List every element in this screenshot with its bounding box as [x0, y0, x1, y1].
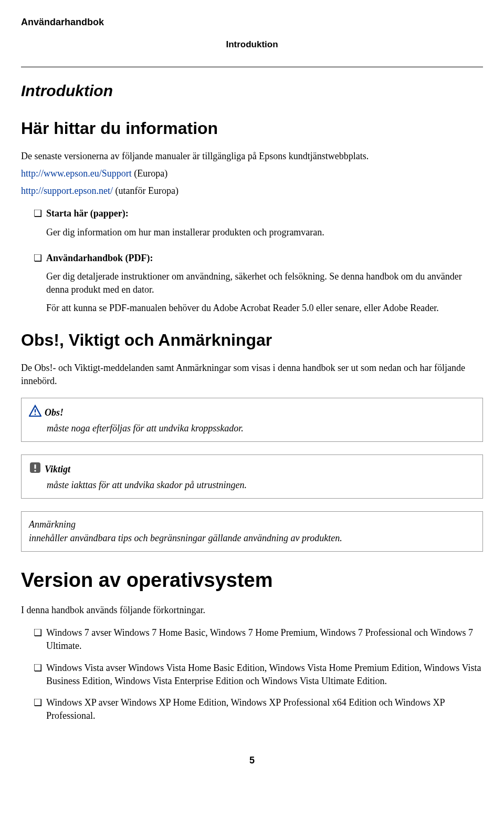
link-suffix-2: (utanför Europa): [113, 185, 178, 196]
manual-desc: Ger dig detaljerade instruktioner om anv…: [46, 270, 483, 296]
bullet-icon: ❏: [34, 207, 46, 243]
support-link-eu[interactable]: http://www.epson.eu/Support: [21, 168, 132, 179]
intro-paragraph: De senaste versionerna av följande manua…: [21, 150, 483, 163]
svg-point-2: [35, 414, 36, 415]
page-heading: Introduktion: [21, 80, 483, 102]
os-intro: I denna handbok används följande förkort…: [21, 604, 483, 617]
notes-intro: De Obs!- och Viktigt-meddelanden samt An…: [21, 361, 483, 388]
doc-section-header: Introduktion: [21, 38, 483, 51]
section-heading-info: Här hittar du information: [21, 117, 483, 140]
manual-title: Användarhandbok (PDF):: [46, 252, 483, 265]
warning-icon: [29, 405, 41, 421]
doc-title: Användarhandbok: [21, 16, 483, 29]
os-list: ❏ Windows 7 avser Windows 7 Home Basic, …: [21, 626, 483, 722]
list-item: ❏ Användarhandbok (PDF): Ger dig detalje…: [21, 252, 483, 319]
list-item: ❏ Windows Vista avser Windows Vista Home…: [21, 662, 483, 688]
manual-title: Starta här (papper):: [46, 207, 483, 220]
os-item-text: Windows 7 avser Windows 7 Home Basic, Wi…: [46, 626, 483, 653]
bullet-icon: ❏: [34, 696, 46, 722]
list-item: ❏ Windows 7 avser Windows 7 Home Basic, …: [21, 626, 483, 653]
manual-desc: Ger dig information om hur man installer…: [46, 226, 483, 239]
os-item-text: Windows Vista avser Windows Vista Home B…: [46, 662, 483, 688]
callout-text: innehåller användbara tips och begränsni…: [29, 532, 475, 545]
callout-label: Viktigt: [45, 463, 70, 476]
manuals-list: ❏ Starta här (papper): Ger dig informati…: [21, 207, 483, 319]
section-heading-notes: Obs!, Viktigt och Anmärkningar: [21, 328, 483, 352]
link-suffix-1: (Europa): [132, 168, 167, 179]
callout-label: Anmärkning: [29, 519, 76, 530]
bullet-icon: ❏: [34, 662, 46, 688]
link-line-1: http://www.epson.eu/Support (Europa): [21, 167, 483, 180]
bullet-icon: ❏: [34, 252, 46, 319]
callout-viktigt: Viktigt måste iakttas för att undvika sk…: [21, 454, 483, 499]
callout-text: måste noga efterföljas för att undvika k…: [47, 422, 475, 435]
list-item: ❏ Windows XP avser Windows XP Home Editi…: [21, 696, 483, 722]
callout-text: måste iakttas för att undvika skador på …: [47, 479, 475, 492]
callout-label: Obs!: [45, 406, 64, 419]
bullet-icon: ❏: [34, 626, 46, 653]
page-number: 5: [21, 754, 483, 767]
link-line-2: http://support.epson.net/ (utanför Europ…: [21, 184, 483, 198]
manual-desc-2: För att kunna se PDF-manualen behöver du…: [46, 302, 483, 315]
divider: [21, 67, 483, 67]
svg-point-5: [34, 470, 36, 471]
important-icon: [29, 461, 41, 478]
callout-obs: Obs! måste noga efterföljas för att undv…: [21, 398, 483, 442]
callout-anmarkning: Anmärkning innehåller användbara tips oc…: [21, 511, 483, 551]
section-heading-os: Version av operativsystem: [21, 566, 483, 594]
os-item-text: Windows XP avser Windows XP Home Edition…: [46, 696, 483, 722]
support-link-global[interactable]: http://support.epson.net/: [21, 185, 113, 196]
list-item: ❏ Starta här (papper): Ger dig informati…: [21, 207, 483, 243]
